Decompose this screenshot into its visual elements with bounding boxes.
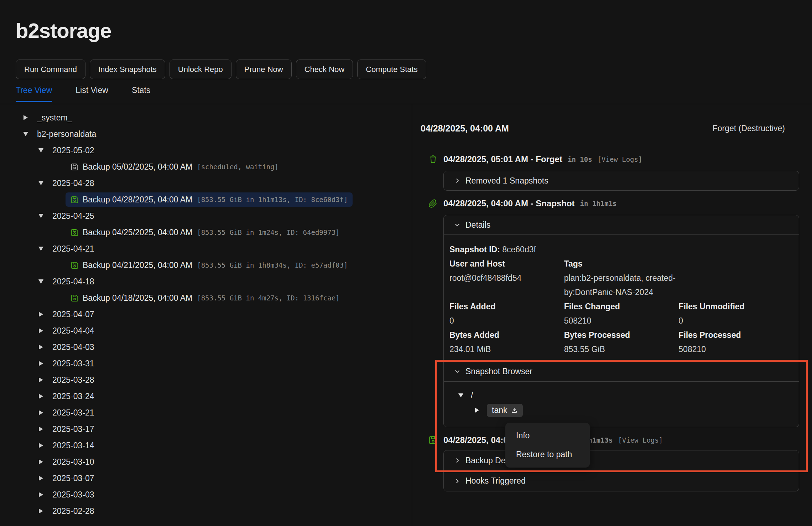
caret-right-icon[interactable]: [37, 312, 45, 317]
app-window: b2storage Run Command Index Snapshots Un…: [0, 0, 812, 526]
context-menu-info[interactable]: Info: [505, 426, 590, 445]
tree-item-date[interactable]: 2025-04-18: [0, 273, 412, 290]
tree-item-date[interactable]: 2025-05-02: [0, 142, 412, 159]
index-snapshots-button[interactable]: Index Snapshots: [90, 60, 165, 79]
floppy-disk-icon: [71, 163, 79, 171]
caret-down-icon[interactable]: [37, 279, 45, 284]
event-forget: 04/28/2025, 05:01 AM - Forget in 10s [Vi…: [412, 154, 812, 164]
context-menu-restore[interactable]: Restore to path: [505, 445, 590, 464]
snapshot-id-value: 8ce60d3f: [502, 245, 536, 254]
unlock-repo-button[interactable]: Unlock Repo: [170, 60, 231, 79]
toolbar: Run Command Index Snapshots Unlock Repo …: [16, 60, 426, 79]
tree-item-system[interactable]: _system_: [0, 109, 412, 126]
backup-details-header[interactable]: Backup Details: [444, 450, 799, 470]
tab-list-view[interactable]: List View: [76, 86, 108, 102]
event-snapshot: 04/28/2025, 04:00 AM - Snapshot in 1h1m1…: [412, 198, 812, 208]
caret-right-icon[interactable]: [37, 328, 45, 333]
tree-item-backup[interactable]: Backup 04/25/2025, 04:00 AM [853.55 GiB …: [0, 224, 412, 241]
browser-root-node[interactable]: /: [457, 388, 799, 402]
snapshot-browser-tree: / tank: [444, 382, 799, 427]
tree-item-date[interactable]: 2025-04-21: [0, 241, 412, 257]
run-command-button[interactable]: Run Command: [16, 60, 85, 79]
snapshot-tree: _system_ b2-personaldata 2025-05-02 Back…: [0, 104, 412, 526]
tags-value: plan:b2-personaldata, created-by:DontPan…: [564, 271, 685, 299]
browser-tank-node[interactable]: tank: [457, 402, 799, 418]
view-logs-link[interactable]: [View Logs]: [598, 155, 642, 163]
tree-item-date[interactable]: 2025-03-14: [0, 437, 412, 454]
tree-item-date[interactable]: 2025-03-03: [0, 486, 412, 503]
details-header[interactable]: Details: [444, 215, 799, 234]
caret-right-icon[interactable]: [37, 361, 45, 366]
tree-item-backup[interactable]: Backup 04/18/2025, 04:00 AM [853.55 GiB …: [0, 290, 412, 306]
chevron-down-icon: [454, 221, 461, 228]
tree-item-backup[interactable]: Backup 04/21/2025, 04:00 AM [853.55 GiB …: [0, 257, 412, 273]
tree-item-backup[interactable]: Backup 05/02/2025, 04:00 AM [scheduled, …: [0, 159, 412, 175]
page-title: b2storage: [16, 19, 111, 42]
prune-now-button[interactable]: Prune Now: [236, 60, 292, 79]
removed-snapshots-collapse: Removed 1 Snapshots: [443, 171, 799, 191]
chevron-down-icon: [454, 368, 461, 375]
tree-item-backup-selected[interactable]: Backup 04/28/2025, 04:00 AM [853.55 GiB …: [0, 191, 412, 208]
caret-down-icon[interactable]: [37, 214, 45, 218]
caret-right-icon[interactable]: [37, 443, 45, 448]
hooks-triggered-header[interactable]: Hooks Triggered: [444, 471, 799, 491]
floppy-disk-icon: [71, 196, 79, 204]
tree-item-date[interactable]: 2025-04-04: [0, 323, 412, 339]
view-logs-link[interactable]: [View Logs]: [618, 436, 663, 444]
view-tabs: Tree View List View Stats: [16, 86, 150, 102]
download-icon[interactable]: [511, 407, 518, 414]
tree-item-date[interactable]: 2025-03-21: [0, 404, 412, 421]
floppy-disk-icon: [428, 435, 438, 445]
chevron-right-icon: [454, 457, 461, 464]
caret-right-icon[interactable]: [37, 492, 45, 497]
tree-item-date[interactable]: 2025-04-28: [0, 175, 412, 191]
tank-node-pill[interactable]: tank: [487, 404, 523, 417]
tree-item-date[interactable]: 2025-03-31: [0, 355, 412, 372]
tree-item-date[interactable]: 2025-03-10: [0, 454, 412, 470]
tree-item-date[interactable]: 2025-02-28: [0, 503, 412, 519]
caret-right-icon[interactable]: [37, 509, 45, 514]
trash-icon: [428, 155, 438, 164]
tree-item-date[interactable]: 2025-04-03: [0, 339, 412, 355]
tab-tree-view[interactable]: Tree View: [16, 86, 52, 102]
tree-item-date[interactable]: 2025-03-07: [0, 470, 412, 486]
floppy-disk-icon: [71, 261, 79, 269]
tab-stats[interactable]: Stats: [132, 86, 150, 102]
removed-snapshots-header[interactable]: Removed 1 Snapshots: [444, 171, 799, 190]
chevron-right-icon: [454, 478, 461, 485]
floppy-disk-icon: [71, 228, 79, 237]
snapshot-browser-header[interactable]: Snapshot Browser: [444, 361, 799, 381]
tree-item-date[interactable]: 2025-04-25: [0, 208, 412, 224]
caret-right-icon[interactable]: [37, 410, 45, 415]
caret-down-icon[interactable]: [37, 148, 45, 153]
user-host-value: root@0cf48488fd54: [449, 271, 564, 285]
caret-right-icon[interactable]: [37, 459, 45, 464]
tree-item-date[interactable]: 2025-04-07: [0, 306, 412, 323]
caret-right-icon[interactable]: [37, 427, 45, 432]
check-now-button[interactable]: Check Now: [296, 60, 353, 79]
caret-right-icon[interactable]: [37, 394, 45, 399]
backup-collapse-group: Backup Details Hooks Triggered: [443, 450, 799, 491]
caret-right-icon[interactable]: [37, 476, 45, 481]
caret-down-icon[interactable]: [21, 132, 30, 136]
caret-down-icon[interactable]: [37, 181, 45, 185]
event-backup: 04/28/2025, 04:00 AM - Backup in 1h1m13s…: [412, 435, 812, 445]
caret-right-icon[interactable]: [37, 345, 45, 350]
chevron-right-icon: [454, 177, 461, 184]
caret-right-icon[interactable]: [37, 377, 45, 382]
caret-down-icon[interactable]: [37, 247, 45, 251]
caret-right-icon[interactable]: [21, 115, 30, 120]
detail-title: 04/28/2025, 04:00 AM: [421, 123, 509, 134]
tree-item-date[interactable]: 2025-03-24: [0, 388, 412, 404]
tree-item-plan[interactable]: b2-personaldata: [0, 126, 412, 142]
snapshot-detail-panel: 04/28/2025, 04:00 AM Forget (Destructive…: [412, 104, 812, 526]
context-menu: Info Restore to path: [505, 423, 590, 468]
snapshot-details-grid: Snapshot ID: 8ce60d3f User and Host root…: [444, 235, 799, 361]
compute-stats-button[interactable]: Compute Stats: [357, 60, 426, 79]
caret-down-icon[interactable]: [457, 393, 465, 397]
tree-item-date[interactable]: 2025-03-17: [0, 421, 412, 437]
forget-destructive-link[interactable]: Forget (Destructive): [713, 124, 785, 133]
details-collapse: Details Snapshot ID: 8ce60d3f User and H…: [443, 215, 799, 427]
tree-item-date[interactable]: 2025-03-28: [0, 372, 412, 388]
caret-right-icon[interactable]: [473, 408, 481, 413]
